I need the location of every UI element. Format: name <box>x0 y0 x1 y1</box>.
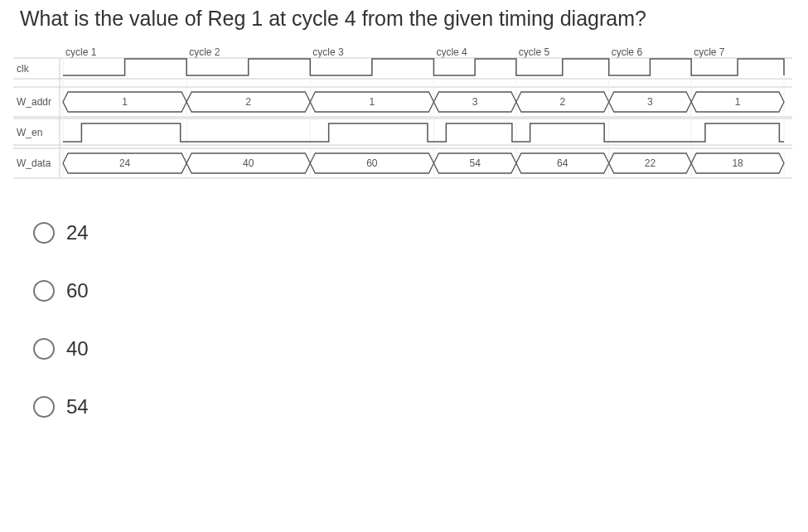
option-label: 54 <box>66 395 89 418</box>
svg-text:3: 3 <box>472 96 478 108</box>
radio-icon <box>33 280 55 302</box>
option-3[interactable]: 54 <box>33 395 788 418</box>
svg-text:24: 24 <box>119 157 131 169</box>
svg-text:cycle 6: cycle 6 <box>612 46 643 58</box>
question-text: What is the value of Reg 1 at cycle 4 fr… <box>0 0 808 41</box>
svg-text:40: 40 <box>243 157 254 169</box>
svg-text:cycle 2: cycle 2 <box>189 46 220 58</box>
svg-text:W_data: W_data <box>17 157 51 169</box>
radio-icon <box>33 338 55 360</box>
svg-text:W_addr: W_addr <box>17 96 51 108</box>
svg-text:W_en: W_en <box>17 127 42 138</box>
svg-text:1: 1 <box>122 96 128 108</box>
option-label: 40 <box>66 337 89 360</box>
svg-text:64: 64 <box>557 157 569 169</box>
option-0[interactable]: 24 <box>33 221 788 244</box>
radio-icon <box>33 222 55 244</box>
svg-text:2: 2 <box>559 96 565 108</box>
svg-text:22: 22 <box>645 157 656 169</box>
option-1[interactable]: 60 <box>33 279 788 302</box>
svg-text:2: 2 <box>245 96 251 108</box>
svg-text:3: 3 <box>647 96 653 108</box>
option-2[interactable]: 40 <box>33 337 788 360</box>
option-label: 60 <box>66 279 89 302</box>
timing-diagram: cycle 1cycle 2cycle 3cycle 4cycle 5cycle… <box>13 44 792 188</box>
svg-text:cycle 5: cycle 5 <box>519 46 550 58</box>
svg-text:cycle 4: cycle 4 <box>436 46 467 58</box>
option-label: 24 <box>66 221 89 244</box>
timing-svg: cycle 1cycle 2cycle 3cycle 4cycle 5cycle… <box>13 44 792 185</box>
svg-text:cycle 1: cycle 1 <box>65 46 97 58</box>
svg-text:1: 1 <box>370 96 375 108</box>
svg-text:54: 54 <box>469 157 481 169</box>
svg-text:cycle 7: cycle 7 <box>694 46 725 58</box>
answer-options: 24 60 40 54 <box>0 188 808 418</box>
svg-text:clk: clk <box>17 63 30 75</box>
svg-text:18: 18 <box>732 157 743 169</box>
svg-text:60: 60 <box>366 157 378 169</box>
radio-icon <box>33 396 55 418</box>
svg-text:1: 1 <box>735 96 741 108</box>
svg-text:cycle 3: cycle 3 <box>312 46 344 58</box>
